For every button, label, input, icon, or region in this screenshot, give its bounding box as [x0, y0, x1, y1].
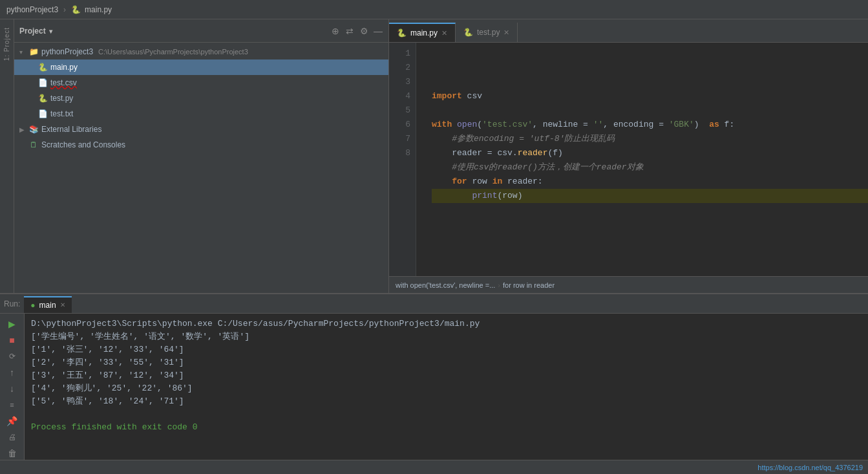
token-paren: (: [547, 146, 553, 160]
tree-item[interactable]: 📄test.csv: [14, 75, 388, 91]
token-paren: ): [518, 189, 523, 203]
tree-item[interactable]: 🐍main.py: [14, 59, 388, 75]
folder-icon: 📁: [28, 47, 39, 56]
code-gutter: [416, 43, 428, 276]
lib-icon: 📚: [28, 125, 39, 134]
titlebar: pythonProject3 › 🐍 main.py: [0, 0, 868, 19]
token-var: reader:: [502, 175, 542, 189]
txt-icon: 📄: [37, 109, 48, 118]
tree-item[interactable]: ▶📚External Libraries: [14, 122, 388, 137]
titlebar-icon: 🐍: [71, 5, 81, 14]
token-var: [432, 189, 472, 203]
titlebar-project: pythonProject3: [6, 5, 58, 14]
token-string: 'GBK': [669, 118, 694, 132]
bulb-icon[interactable]: 💡: [428, 189, 429, 203]
tree-item-name: Scratches and Consoles: [41, 140, 125, 149]
tree-item[interactable]: 🐍test.py: [14, 91, 388, 106]
bottom-tab-main[interactable]: ● main ✕: [24, 296, 71, 313]
line-number: 5: [389, 103, 410, 118]
console-line: ['5', '鸭蛋', '18', '24', '71']: [31, 395, 862, 408]
line-number: 2: [389, 61, 410, 75]
token-kw: with: [432, 118, 452, 132]
titlebar-sep: ›: [63, 5, 66, 14]
code-line: [432, 103, 868, 118]
tree-item[interactable]: ▾📁pythonProject3C:\Users\asus\PycharmPro…: [14, 44, 388, 59]
tree-arrow: ▾: [19, 48, 26, 56]
code-line: for row in reader:: [432, 175, 868, 189]
pin-button[interactable]: 📌: [5, 415, 20, 427]
code-line: with open('test.csv', newline = '', enco…: [432, 118, 868, 132]
rerun-button[interactable]: ⟳: [5, 350, 20, 362]
code-content[interactable]: import csv with open('test.csv', newline…: [428, 43, 868, 276]
scroll-down-button[interactable]: ↓: [5, 382, 20, 394]
token-paren: ): [558, 146, 563, 160]
tree-item[interactable]: 📄test.txt: [14, 106, 388, 122]
sidebar-strip-label: 1: Project: [3, 27, 10, 61]
line-number: 4: [389, 89, 410, 103]
print-button[interactable]: 🖨: [5, 431, 20, 444]
run-button[interactable]: ▶: [5, 318, 20, 330]
tree-item-name: test.py: [50, 94, 73, 103]
run-label: Run:: [0, 294, 24, 314]
code-line: 💡 print(row): [432, 189, 868, 203]
token-kw: in: [492, 175, 503, 189]
token-kw: for: [452, 175, 467, 189]
tab-bar: 🐍main.py✕🐍test.py✕: [389, 19, 868, 43]
sidebar-strip: 1: Project: [0, 19, 14, 293]
token-string: 'test.csv': [482, 118, 533, 132]
bottom-tab-close[interactable]: ✕: [60, 301, 65, 308]
token-var: row: [502, 189, 517, 203]
tree-item[interactable]: 🗒Scratches and Consoles: [14, 137, 388, 153]
code-editor[interactable]: 12345678 import csv with open('test.csv'…: [389, 43, 868, 276]
scroll-up-button[interactable]: ↑: [5, 366, 20, 378]
token-comment: #参数encoding = 'utf-8'防止出现乱码: [432, 132, 615, 146]
line-number: 6: [389, 118, 410, 132]
split-icon[interactable]: ⇄: [344, 26, 355, 36]
line-numbers: 12345678: [389, 43, 416, 276]
token-var: , newline =: [533, 118, 593, 132]
panel-header: Project ▾ ⊕ ⇄ ⚙ —: [14, 19, 388, 43]
csv-icon: 📄: [37, 78, 48, 87]
globe-icon[interactable]: ⊕: [330, 26, 341, 36]
token-comment: #使用csv的reader()方法，创建一个reader对象: [432, 160, 644, 175]
code-line: #参数encoding = 'utf-8'防止出现乱码: [432, 132, 868, 146]
bottom-panel: Run: ● main ✕ ▶ ■ ⟳ ↑ ↓ ≡ 📌 🖨 🗑 D:\pytho…: [0, 293, 868, 474]
minus-icon[interactable]: —: [373, 26, 383, 36]
console-line: ['2', '李四', '33', '55', '31']: [31, 356, 862, 369]
tab-test[interactable]: 🐍test.py✕: [456, 23, 518, 42]
bottom-toolbar: ▶ ■ ⟳ ↑ ↓ ≡ 📌 🖨 🗑: [0, 314, 25, 460]
token-var: f: [553, 146, 558, 160]
token-kw: import: [432, 89, 462, 103]
tab-close-button[interactable]: ✕: [503, 28, 509, 37]
tab-label: test.py: [477, 28, 500, 37]
tab-close-button[interactable]: ✕: [441, 29, 447, 38]
trash-button[interactable]: 🗑: [5, 447, 20, 460]
token-var: , encoding =: [603, 118, 668, 132]
wrap-button[interactable]: ≡: [5, 399, 20, 411]
tree-item-name: pythonProject3: [41, 47, 93, 56]
project-panel: Project ▾ ⊕ ⇄ ⚙ — ▾📁pythonProject3C:\Use…: [14, 19, 389, 293]
console-line: ['4', '狗剩儿', '25', '22', '86']: [31, 382, 862, 395]
line-number: 1: [389, 47, 410, 61]
token-builtin: print: [472, 189, 497, 203]
token-var: [432, 175, 452, 189]
token-builtin: open: [457, 118, 477, 132]
tab-main[interactable]: 🐍main.py✕: [389, 23, 456, 42]
token-kw: as: [699, 118, 719, 132]
console-line: ['学生编号', '学生姓名', '语文', '数学', '英语']: [31, 330, 862, 343]
token-paren: (: [477, 118, 482, 132]
token-func: reader: [518, 146, 548, 160]
gear-icon[interactable]: ⚙: [359, 26, 369, 36]
breadcrumb-item1: with open('test.csv', newline =...: [396, 281, 495, 289]
titlebar-file: main.py: [85, 5, 112, 14]
token-paren: (: [497, 189, 502, 203]
tree-item-name: test.txt: [50, 109, 73, 118]
status-link[interactable]: https://blog.csdn.net/qq_4376219: [757, 464, 863, 471]
token-var: row: [467, 175, 492, 189]
line-number: 7: [389, 132, 410, 146]
editor-area: 🐍main.py✕🐍test.py✕ 12345678 import csv w…: [389, 19, 868, 293]
bottom-tab-bar: ● main ✕: [24, 294, 868, 314]
file-tree: ▾📁pythonProject3C:\Users\asus\PycharmPro…: [14, 43, 388, 293]
tree-arrow: ▶: [19, 126, 26, 133]
stop-button[interactable]: ■: [5, 334, 20, 346]
